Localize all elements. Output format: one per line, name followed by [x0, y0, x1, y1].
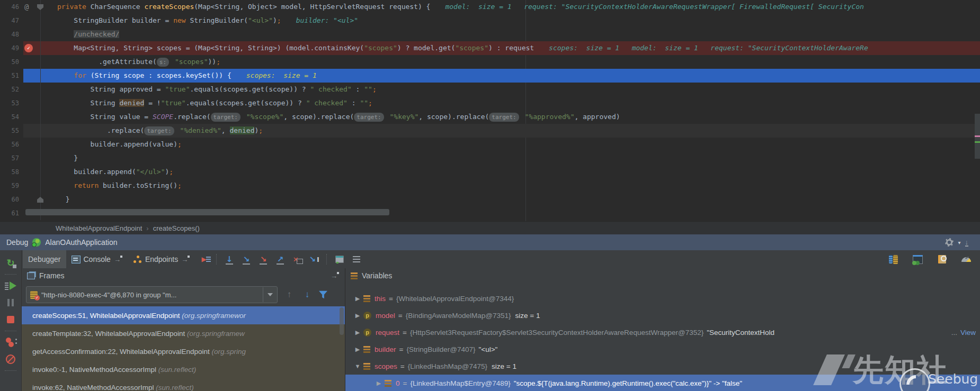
frame-location: createScopes:51, WhitelabelApprovalEndpo…: [32, 312, 182, 320]
code-line: 55 .replace(target: "%denied%", denied);: [0, 124, 980, 138]
previous-frame-icon[interactable]: ↑: [283, 288, 296, 301]
separator: [326, 254, 327, 265]
variable-row[interactable]: ▶pmodel={BindingAwareModelMap@7351}size …: [345, 307, 980, 324]
evaluate-expression-icon[interactable]: [332, 252, 347, 266]
search-icon[interactable]: [934, 252, 949, 266]
variable-row[interactable]: ▼scopes={LinkedHashMap@7475}size = 1: [345, 358, 980, 375]
tab-endpoints[interactable]: Endpoints: [128, 250, 195, 268]
variable-name: this: [375, 295, 386, 303]
hide-library-frames-filter-icon[interactable]: [319, 290, 327, 299]
tree-expand-icon[interactable]: ▶: [352, 295, 363, 302]
tree-expand-icon[interactable]: ▶: [352, 329, 363, 336]
gutter: [23, 69, 57, 83]
breadcrumb-item-class[interactable]: WhitelabelApprovalEndpoint: [56, 224, 142, 232]
tree-expand-icon[interactable]: ▶: [352, 312, 363, 319]
thread-dropdown-arrow[interactable]: [263, 287, 277, 302]
variable-type-ref: {BindingAwareModelMap@7351}: [406, 312, 511, 320]
open-in-new-icon[interactable]: [181, 256, 190, 263]
stop-icon[interactable]: [3, 312, 18, 327]
step-over-icon[interactable]: [222, 252, 237, 266]
code-line: 48 /unchecked/: [0, 28, 980, 41]
equals-sign: =: [403, 379, 407, 387]
resume-icon[interactable]: [3, 278, 18, 293]
stack-frame-row[interactable]: invoke0:-1, NativeMethodAccessorImpl (su…: [22, 360, 345, 378]
view-link[interactable]: View: [960, 329, 976, 337]
stack-frame-row[interactable]: getAccessConfirmation:22, WhitelabelAppr…: [22, 342, 345, 360]
rerun-icon[interactable]: [3, 256, 18, 270]
fold-end-icon[interactable]: [37, 197, 43, 203]
show-execution-point-icon[interactable]: [197, 252, 211, 266]
breadcrumb-separator: ›: [146, 224, 148, 232]
line-number: 52: [0, 83, 23, 96]
breakpoint-icon[interactable]: ✓: [24, 44, 33, 52]
breadcrumb-item-method[interactable]: createScopes(): [153, 224, 200, 232]
hide-window-icon[interactable]: ↓: [965, 239, 969, 247]
thread-selector[interactable]: "http-nio-8080-exec-4"@6,870 in group "m…: [26, 286, 278, 303]
frames-icon: [27, 272, 35, 279]
horizontal-scrollbar-thumb[interactable]: [25, 209, 389, 215]
step-into-icon[interactable]: [239, 252, 254, 266]
open-in-new-icon[interactable]: [114, 256, 123, 263]
next-frame-icon[interactable]: ↓: [301, 288, 314, 301]
threads-icon[interactable]: [886, 252, 901, 266]
variable-row[interactable]: ▶0={LinkedHashMap$Entry@7489}"scope.${T(…: [345, 375, 980, 391]
stack-frame-row[interactable]: createScopes:51, WhitelabelApprovalEndpo…: [22, 306, 345, 324]
frames-toolbar: "http-nio-8080-exec-4"@6,870 in group "m…: [22, 283, 345, 306]
code-line: 57 }: [0, 151, 980, 165]
separator: [216, 254, 217, 265]
code-text: }: [57, 193, 980, 206]
debug-toolwindow-header: Debug AlanOAuthApplication ▾ ↓: [0, 234, 980, 250]
fold-start-icon[interactable]: [37, 4, 43, 10]
stack-frame-row[interactable]: invoke:62, NativeMethodAccessorImpl (sun…: [22, 378, 345, 391]
drop-frame-icon[interactable]: [290, 252, 305, 266]
separator: [5, 331, 16, 331]
memory-icon[interactable]: [910, 252, 925, 266]
settings-gear-icon[interactable]: [945, 238, 954, 247]
debugger-tab-bar: DebuggerConsoleEndpoints: [22, 250, 980, 268]
trace-stream-icon[interactable]: [349, 252, 364, 266]
tab-debugger[interactable]: Debugger: [23, 250, 66, 268]
line-number: 49: [0, 41, 23, 55]
open-in-new-icon[interactable]: [331, 272, 340, 280]
variables-header: Variables: [345, 268, 980, 283]
tree-expand-icon[interactable]: ▶: [373, 380, 385, 387]
variable-row[interactable]: ▶this={WhitelabelApprovalEndpoint@7344}: [345, 290, 980, 307]
variable-row[interactable]: ▶prequest={HttpServlet3RequestFactory$Se…: [345, 324, 980, 341]
variables-icon: [351, 272, 358, 279]
chevron-down-icon[interactable]: ▾: [958, 240, 960, 245]
variable-row[interactable]: ▶builder={StringBuilder@7407}"<ul>": [345, 341, 980, 358]
tab-console[interactable]: Console: [66, 250, 128, 268]
view-breakpoints-icon[interactable]: [3, 335, 18, 350]
value-icon: [363, 363, 370, 370]
line-number: 47: [0, 14, 23, 28]
parameter-hint: target:: [144, 126, 174, 135]
profiler-icon[interactable]: [959, 252, 974, 266]
code-text: private CharSequence createScopes(Map<St…: [57, 0, 980, 14]
step-out-icon[interactable]: [273, 252, 288, 266]
code-text: String approved = "true".equals(scopes.g…: [57, 83, 980, 96]
force-step-into-icon[interactable]: [256, 252, 271, 266]
mute-breakpoints-icon[interactable]: [3, 352, 18, 367]
gutter: [23, 151, 57, 165]
gutter: [23, 165, 57, 179]
frames-scrollbar-thumb[interactable]: [340, 307, 344, 335]
variable-type-ref: {StringBuilder@7407}: [406, 345, 475, 353]
scrollbar-mark-green: [975, 141, 980, 143]
stack-frame-row[interactable]: createTemplate:32, WhitelabelApprovalEnd…: [22, 324, 345, 342]
variable-name: request: [376, 329, 399, 337]
code-text: StringBuilder builder = new StringBuilde…: [57, 14, 980, 28]
code-editor[interactable]: 46@private CharSequence createScopes(Map…: [0, 0, 980, 221]
equals-sign: =: [399, 345, 404, 353]
separator: [5, 370, 16, 371]
pause-icon[interactable]: [3, 295, 18, 310]
run-configuration-name: AlanOAuthApplication: [45, 238, 117, 247]
equals-sign: =: [403, 329, 407, 337]
line-number: 53: [0, 96, 23, 110]
tree-expand-icon[interactable]: ▶: [352, 346, 363, 353]
horizontal-scrollbar[interactable]: [0, 208, 980, 216]
run-to-cursor-icon[interactable]: [307, 252, 322, 266]
tree-collapse-icon[interactable]: ▼: [352, 363, 363, 369]
code-line: 52 String approved = "true".equals(scope…: [0, 83, 980, 96]
code-line: 46@private CharSequence createScopes(Map…: [0, 0, 980, 14]
frame-location: invoke0:-1, NativeMethodAccessorImpl: [32, 366, 158, 374]
